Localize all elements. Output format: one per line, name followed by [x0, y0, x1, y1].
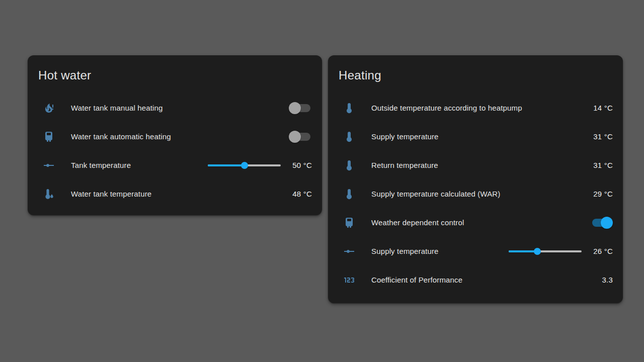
card-title: Heating — [328, 67, 623, 83]
row-value: 26 °C — [590, 247, 613, 255]
entity-row-supply-temperature[interactable]: Supply temperature26 °C — [328, 237, 623, 265]
entity-row-supply-temperature-calculated-war[interactable]: Supply temperature calculated (WAR)29 °C — [328, 179, 623, 208]
temperature-slider[interactable] — [208, 161, 281, 169]
row-value: 3.3 — [590, 276, 613, 284]
row-label: Tank temperature — [71, 161, 203, 169]
slider-icon — [43, 159, 55, 171]
entity-row-water-tank-automatic-heating[interactable]: Water tank automatic heating — [28, 122, 322, 151]
row-label: Return temperature — [371, 161, 590, 169]
toggle-switch[interactable] — [289, 102, 312, 114]
thermometer-water-icon — [43, 188, 55, 200]
row-label: Water tank automatic heating — [71, 132, 289, 141]
entity-row-weather-dependent-control[interactable]: Weather dependent control — [328, 208, 623, 237]
card-title: Hot water — [28, 67, 322, 83]
toggle-switch[interactable] — [590, 217, 613, 229]
slider-icon — [343, 245, 355, 257]
toggle-thumb — [289, 102, 301, 114]
thermometer-icon — [343, 102, 355, 114]
slider-thumb[interactable] — [241, 162, 248, 169]
entity-row-supply-temperature[interactable]: Supply temperature31 °C — [328, 122, 623, 151]
toggle-thumb — [601, 217, 613, 229]
toggle-switch[interactable] — [289, 131, 312, 143]
fire-alert-icon — [43, 102, 55, 114]
row-label: Supply temperature — [371, 247, 504, 255]
toggle-thumb — [289, 131, 301, 143]
row-label: Supply temperature calculated (WAR) — [371, 190, 590, 198]
numeric-icon — [343, 274, 355, 286]
thermometer-icon — [343, 188, 355, 200]
row-value: 48 °C — [289, 190, 312, 198]
entity-rows: Outside temperature according to heatpum… — [328, 94, 623, 294]
entity-row-outside-temperature-according-to-heatpump[interactable]: Outside temperature according to heatpum… — [328, 94, 623, 122]
row-label: Water tank temperature — [71, 190, 289, 198]
slider-fill — [208, 164, 245, 166]
card-heating: HeatingOutside temperature according to … — [328, 55, 623, 303]
row-value: 29 °C — [590, 190, 613, 198]
card-hot-water: Hot waterWater tank manual heatingWater … — [28, 55, 322, 215]
row-label: Outside temperature according to heatpum… — [371, 104, 590, 112]
temperature-slider[interactable] — [509, 247, 582, 255]
row-label: Coefficient of Performance — [371, 276, 590, 284]
slider-thumb[interactable] — [534, 248, 541, 255]
row-label: Weather dependent control — [371, 218, 590, 227]
row-label: Water tank manual heating — [71, 104, 289, 112]
row-label: Supply temperature — [371, 132, 590, 141]
water-boiler-icon — [343, 217, 355, 229]
dashboard: Hot waterWater tank manual heatingWater … — [0, 0, 644, 362]
water-boiler-icon — [43, 131, 55, 143]
thermometer-icon — [343, 159, 355, 171]
row-value: 14 °C — [590, 104, 613, 112]
entity-row-water-tank-temperature[interactable]: Water tank temperature48 °C — [28, 179, 322, 208]
row-value: 31 °C — [590, 161, 613, 169]
entity-row-coefficient-of-performance[interactable]: Coefficient of Performance3.3 — [328, 265, 623, 294]
entity-row-water-tank-manual-heating[interactable]: Water tank manual heating — [28, 94, 322, 122]
entity-rows: Water tank manual heatingWater tank auto… — [28, 94, 322, 208]
row-value: 50 °C — [289, 161, 312, 169]
slider-fill — [509, 250, 537, 252]
entity-row-tank-temperature[interactable]: Tank temperature50 °C — [28, 151, 322, 179]
thermometer-icon — [343, 131, 355, 143]
row-value: 31 °C — [590, 132, 613, 141]
entity-row-return-temperature[interactable]: Return temperature31 °C — [328, 151, 623, 179]
